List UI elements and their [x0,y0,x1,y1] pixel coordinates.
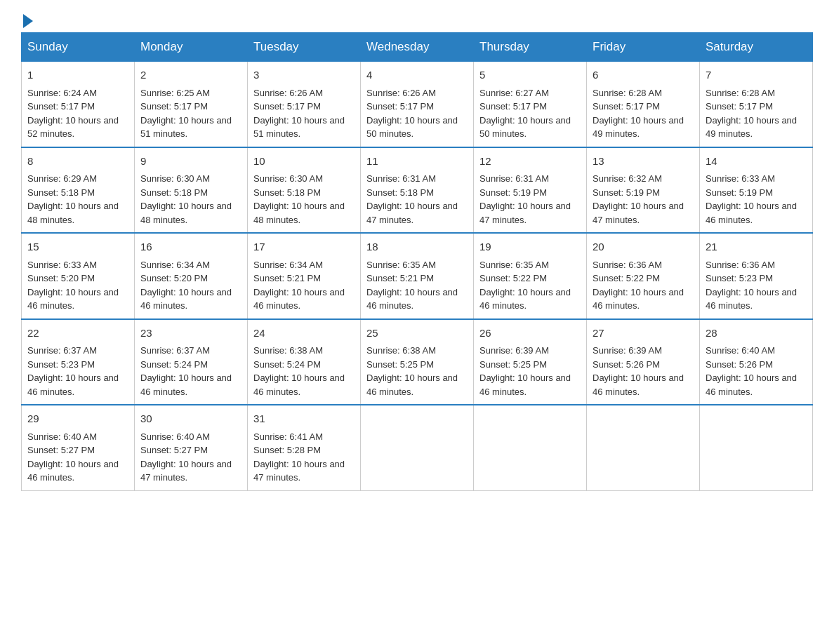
calendar-cell: 17Sunrise: 6:34 AMSunset: 5:21 PMDayligh… [248,233,361,319]
calendar-cell: 7Sunrise: 6:28 AMSunset: 5:17 PMDaylight… [700,62,813,147]
calendar-cell: 20Sunrise: 6:36 AMSunset: 5:22 PMDayligh… [587,233,700,319]
day-number: 16 [140,239,241,255]
day-number: 21 [706,239,807,255]
calendar-cell [474,405,587,490]
calendar-cell: 16Sunrise: 6:34 AMSunset: 5:20 PMDayligh… [135,233,248,319]
day-number: 5 [479,67,581,83]
day-number: 12 [479,154,581,170]
day-number: 18 [366,239,468,255]
calendar-cell: 28Sunrise: 6:40 AMSunset: 5:26 PMDayligh… [700,319,813,405]
day-number: 15 [27,239,128,255]
day-number: 9 [140,154,241,170]
calendar-cell: 15Sunrise: 6:33 AMSunset: 5:20 PMDayligh… [22,233,135,319]
calendar-week-4: 22Sunrise: 6:37 AMSunset: 5:23 PMDayligh… [22,319,813,405]
header-sunday: Sunday [22,33,135,62]
header-friday: Friday [587,33,700,62]
day-number: 2 [140,67,241,83]
day-number: 27 [593,326,694,342]
calendar-week-5: 29Sunrise: 6:40 AMSunset: 5:27 PMDayligh… [22,405,813,490]
calendar-cell: 2Sunrise: 6:25 AMSunset: 5:17 PMDaylight… [135,62,248,147]
logo-arrow-icon [23,14,33,28]
day-number: 23 [140,326,241,342]
day-number: 3 [253,67,355,83]
day-number: 8 [27,154,128,170]
header-thursday: Thursday [474,33,587,62]
calendar-cell: 21Sunrise: 6:36 AMSunset: 5:23 PMDayligh… [700,233,813,319]
calendar-cell: 29Sunrise: 6:40 AMSunset: 5:27 PMDayligh… [22,405,135,490]
calendar-cell: 19Sunrise: 6:35 AMSunset: 5:22 PMDayligh… [474,233,587,319]
calendar-cell: 12Sunrise: 6:31 AMSunset: 5:19 PMDayligh… [474,147,587,234]
calendar-table: SundayMondayTuesdayWednesdayThursdayFrid… [21,32,813,491]
calendar-cell: 3Sunrise: 6:26 AMSunset: 5:17 PMDaylight… [248,62,361,147]
calendar-cell: 10Sunrise: 6:30 AMSunset: 5:18 PMDayligh… [248,147,361,234]
day-number: 7 [706,67,807,83]
calendar-cell: 22Sunrise: 6:37 AMSunset: 5:23 PMDayligh… [22,319,135,405]
calendar-cell: 4Sunrise: 6:26 AMSunset: 5:17 PMDaylight… [361,62,474,147]
calendar-cell: 6Sunrise: 6:28 AMSunset: 5:17 PMDaylight… [587,62,700,147]
day-number: 30 [140,411,241,427]
calendar-cell: 24Sunrise: 6:38 AMSunset: 5:24 PMDayligh… [248,319,361,405]
day-number: 26 [479,326,581,342]
day-number: 1 [27,67,128,83]
header-saturday: Saturday [700,33,813,62]
day-number: 25 [366,326,468,342]
calendar-week-1: 1Sunrise: 6:24 AMSunset: 5:17 PMDaylight… [22,62,813,147]
calendar-cell: 5Sunrise: 6:27 AMSunset: 5:17 PMDaylight… [474,62,587,147]
calendar-week-3: 15Sunrise: 6:33 AMSunset: 5:20 PMDayligh… [22,233,813,319]
day-number: 10 [253,154,355,170]
day-number: 20 [593,239,694,255]
calendar-cell: 1Sunrise: 6:24 AMSunset: 5:17 PMDaylight… [22,62,135,147]
day-number: 31 [253,411,355,427]
calendar-cell: 9Sunrise: 6:30 AMSunset: 5:18 PMDaylight… [135,147,248,234]
calendar-cell: 11Sunrise: 6:31 AMSunset: 5:18 PMDayligh… [361,147,474,234]
page-header [21,14,813,25]
calendar-header-row: SundayMondayTuesdayWednesdayThursdayFrid… [22,33,813,62]
calendar-cell: 13Sunrise: 6:32 AMSunset: 5:19 PMDayligh… [587,147,700,234]
day-number: 28 [706,326,807,342]
header-wednesday: Wednesday [361,33,474,62]
day-number: 19 [479,239,581,255]
day-number: 22 [27,326,128,342]
calendar-week-2: 8Sunrise: 6:29 AMSunset: 5:18 PMDaylight… [22,147,813,234]
day-number: 6 [593,67,694,83]
calendar-cell: 25Sunrise: 6:38 AMSunset: 5:25 PMDayligh… [361,319,474,405]
day-number: 11 [366,154,468,170]
calendar-cell [700,405,813,490]
day-number: 17 [253,239,355,255]
day-number: 24 [253,326,355,342]
calendar-cell: 26Sunrise: 6:39 AMSunset: 5:25 PMDayligh… [474,319,587,405]
day-number: 29 [27,411,128,427]
day-number: 13 [593,154,694,170]
calendar-cell: 31Sunrise: 6:41 AMSunset: 5:28 PMDayligh… [248,405,361,490]
calendar-cell [587,405,700,490]
calendar-cell: 27Sunrise: 6:39 AMSunset: 5:26 PMDayligh… [587,319,700,405]
header-tuesday: Tuesday [248,33,361,62]
logo [21,14,35,25]
calendar-cell: 23Sunrise: 6:37 AMSunset: 5:24 PMDayligh… [135,319,248,405]
calendar-cell: 8Sunrise: 6:29 AMSunset: 5:18 PMDaylight… [22,147,135,234]
calendar-cell: 18Sunrise: 6:35 AMSunset: 5:21 PMDayligh… [361,233,474,319]
calendar-cell: 30Sunrise: 6:40 AMSunset: 5:27 PMDayligh… [135,405,248,490]
day-number: 4 [366,67,468,83]
calendar-cell: 14Sunrise: 6:33 AMSunset: 5:19 PMDayligh… [700,147,813,234]
calendar-cell [361,405,474,490]
day-number: 14 [706,154,807,170]
header-monday: Monday [135,33,248,62]
